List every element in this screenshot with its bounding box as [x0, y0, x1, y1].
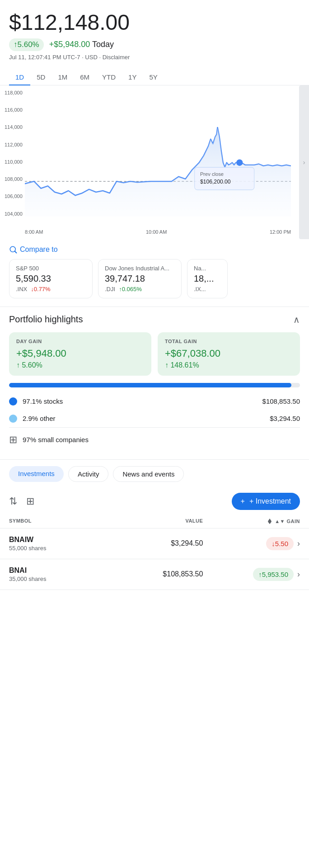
- tab-1d[interactable]: 1D: [9, 70, 30, 85]
- stocks-value: $108,853.50: [262, 397, 300, 405]
- day-gain-label: DAY GAIN: [16, 339, 144, 344]
- tab-1m[interactable]: 1M: [52, 70, 74, 85]
- svg-text:Prev close: Prev close: [200, 171, 224, 176]
- chart-area: 118,000 116,000 114,000 112,000 110,000 …: [0, 85, 309, 239]
- chart-svg: Prev close $106,200.00: [25, 90, 291, 217]
- table-row-bnaiw[interactable]: BNAIW 55,000 shares $3,294.50 ↓5.50 ›: [0, 528, 309, 559]
- tab-ytd[interactable]: YTD: [96, 70, 122, 85]
- index-change-sp500: ↓0.77%: [31, 286, 50, 292]
- alloc-row-stocks: 97.1% stocks $108,853.50: [9, 393, 300, 410]
- day-gain-card: DAY GAIN +$5,948.00 ↑ 5.60%: [9, 332, 151, 376]
- add-investment-plus: +: [241, 497, 245, 505]
- shares-bnaiw: 55,000 shares: [9, 545, 106, 552]
- meta-row: Jul 11, 12:07:41 PM UTC-7 · USD · Discla…: [9, 54, 300, 61]
- pct-change-badge: ↑5.60%: [9, 38, 44, 51]
- tab-6m[interactable]: 6M: [74, 70, 96, 85]
- symbol-bnaiw: BNAIW: [9, 536, 106, 544]
- toolbar: ⇅ ⊞ + + Investment: [0, 488, 309, 514]
- allocation-progress-bar: [9, 383, 300, 387]
- svg-marker-7: [268, 519, 272, 521]
- index-name-nasdaq: Na...: [194, 265, 221, 272]
- small-companies-row: ⊞ 97% small companies: [9, 428, 300, 452]
- svg-line-6: [15, 251, 17, 253]
- chart-x-labels: 8:00 AM 10:00 AM 12:00 PM: [25, 229, 291, 235]
- tab-news-events[interactable]: News and events: [113, 466, 184, 482]
- chevron-right-bnaiw: ›: [297, 539, 300, 548]
- chevron-right-bnai: ›: [297, 570, 300, 579]
- table-row-bnai[interactable]: BNAI 35,000 shares $108,853.50 ↑5,953.50…: [0, 559, 309, 590]
- value-bnaiw: $3,294.50: [106, 539, 203, 547]
- index-name-sp500: S&P 500: [16, 265, 86, 272]
- gain-badge-bnai: ↑5,953.50: [253, 568, 294, 581]
- grid-view-icon[interactable]: ⊞: [26, 495, 34, 507]
- chart-y-labels: 118,000 116,000 114,000 112,000 110,000 …: [5, 90, 23, 217]
- svg-point-1: [236, 159, 243, 166]
- search-icon: [9, 245, 17, 254]
- abs-change: +$5,948.00 Today: [49, 40, 114, 49]
- progress-bar-fill: [9, 383, 291, 387]
- th-symbol: SYMBOL: [9, 518, 106, 524]
- gain-bnai: ↑5,953.50 ›: [203, 568, 300, 581]
- value-bnai: $108,853.50: [106, 570, 203, 578]
- index-card-sp500[interactable]: S&P 500 5,590.33 .INX ↓0.77%: [9, 259, 93, 298]
- tab-5d[interactable]: 5D: [30, 70, 52, 85]
- other-value: $3,294.50: [270, 415, 300, 422]
- tab-1y[interactable]: 1Y: [122, 70, 143, 85]
- small-companies-label: 97% small companies: [23, 436, 89, 443]
- index-name-dji: Dow Jones Industrial A...: [105, 265, 175, 272]
- compare-label[interactable]: Compare to: [9, 245, 300, 254]
- tab-5y[interactable]: 5Y: [143, 70, 164, 85]
- tab-investments[interactable]: Investments: [9, 466, 64, 482]
- price-change-row: ↑5.60% +$5,948.00 Today: [9, 38, 300, 51]
- index-change-dji: ↑0.065%: [119, 286, 142, 292]
- grid-icon: ⊞: [9, 434, 17, 446]
- portfolio-section: Portfolio highlights ∧ DAY GAIN +$5,948.…: [0, 307, 309, 459]
- compare-section: Compare to S&P 500 5,590.33 .INX ↓0.77% …: [0, 239, 309, 307]
- tab-bar: Investments Activity News and events: [0, 459, 309, 488]
- alloc-row-other: 2.9% other $3,294.50: [9, 410, 300, 427]
- portfolio-header: Portfolio highlights ∧: [9, 314, 300, 325]
- index-cards: S&P 500 5,590.33 .INX ↓0.77% Dow Jones I…: [9, 259, 300, 300]
- sort-gain-icon: [267, 518, 273, 524]
- add-investment-label: + Investment: [249, 497, 291, 505]
- day-gain-value: +$5,948.00: [16, 348, 144, 359]
- index-value-sp500: 5,590.33: [16, 274, 86, 284]
- time-tabs: 1D 5D 1M 6M YTD 1Y 5Y: [0, 64, 309, 85]
- header-section: $112,148.00 ↑5.60% +$5,948.00 Today Jul …: [0, 0, 309, 64]
- gain-bnaiw: ↓5.50 ›: [203, 537, 300, 550]
- index-value-dji: 39,747.18: [105, 274, 175, 284]
- total-gain-label: TOTAL GAIN: [165, 339, 293, 344]
- day-gain-pct: ↑ 5.60%: [16, 361, 144, 369]
- gain-cards: DAY GAIN +$5,948.00 ↑ 5.60% TOTAL GAIN +…: [9, 332, 300, 376]
- toolbar-left: ⇅ ⊞: [9, 495, 34, 507]
- tab-activity[interactable]: Activity: [68, 466, 109, 482]
- svg-marker-9: [268, 522, 272, 524]
- total-gain-card: TOTAL GAIN +$67,038.00 ↑ 148.61%: [158, 332, 300, 376]
- symbol-bnai: BNAI: [9, 566, 106, 575]
- gain-badge-bnaiw: ↓5.50: [266, 537, 294, 550]
- right-scroll-indicator[interactable]: ›: [299, 85, 309, 239]
- dot-stocks: [9, 397, 17, 406]
- portfolio-title: Portfolio highlights: [9, 314, 83, 325]
- svg-text:$106,200.00: $106,200.00: [200, 179, 231, 185]
- shares-bnai: 35,000 shares: [9, 576, 106, 582]
- add-investment-button[interactable]: + + Investment: [232, 493, 300, 510]
- table-header: SYMBOL VALUE ▲▼ GAIN: [0, 514, 309, 528]
- total-gain-pct: ↑ 148.61%: [165, 361, 293, 369]
- index-card-dji[interactable]: Dow Jones Industrial A... 39,747.18 .DJI…: [98, 259, 182, 298]
- sort-icon[interactable]: ⇅: [9, 495, 17, 507]
- collapse-icon[interactable]: ∧: [293, 314, 300, 325]
- stocks-label: 97.1% stocks: [23, 397, 63, 405]
- index-value-nasdaq: 18,...: [194, 274, 221, 284]
- total-gain-value: +$67,038.00: [165, 348, 293, 359]
- main-price: $112,148.00: [9, 11, 300, 35]
- dot-other: [9, 415, 17, 423]
- other-label: 2.9% other: [23, 415, 56, 422]
- index-card-nasdaq[interactable]: Na... 18,... .IX...: [187, 259, 228, 298]
- main-container: $112,148.00 ↑5.60% +$5,948.00 Today Jul …: [0, 0, 309, 590]
- th-gain: ▲▼ GAIN: [203, 518, 300, 524]
- th-value: VALUE: [106, 518, 203, 524]
